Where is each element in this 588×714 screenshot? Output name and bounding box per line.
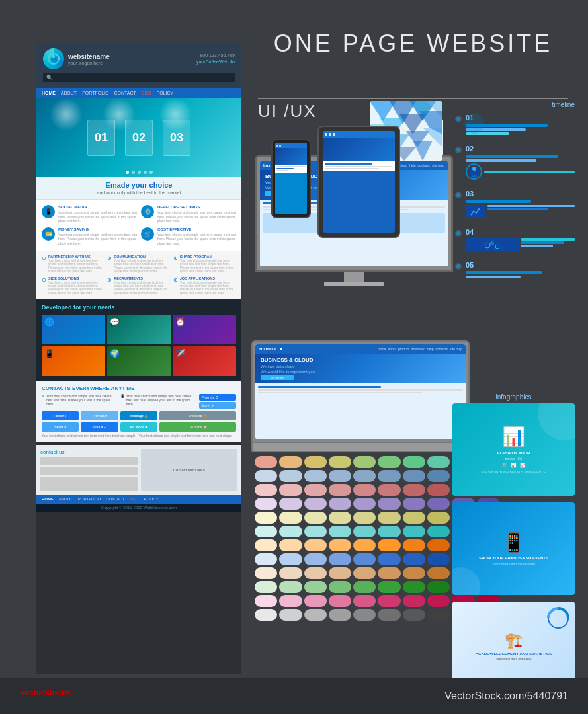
like-btn[interactable]: Like it + (81, 422, 118, 432)
footer-seo[interactable]: SEO (130, 497, 139, 501)
site-copyright: Copyright © 2011-2022 WebSitename.com (36, 504, 241, 512)
site-logo: websitename your slogan here (43, 48, 110, 69)
portfolio-grid: 🌐 💬 ⏰ 📱 🌍 ✈️ (42, 315, 236, 376)
site-logo-name: websitename (68, 52, 110, 61)
feature-main-text: Emade your choice (43, 181, 235, 189)
form-message-input[interactable] (40, 477, 138, 491)
contact-form: contact us Contact form area (36, 445, 241, 495)
follow-btn[interactable]: Follow + (42, 411, 79, 420)
feature-social-desc: Your best choice and simple text here cr… (58, 210, 137, 223)
form-name-input[interactable] (40, 457, 138, 465)
air-btn[interactable]: Air Mode ✈ (120, 422, 157, 432)
feature-develope: ⚙️ DEVELOPE SETTINGS Your best choice an… (141, 205, 236, 223)
timeline-label: timeline (452, 101, 575, 108)
site-logo-slogan: your slogan here (68, 61, 110, 65)
social-buttons-grid: Follow + Friends 0 Message 🔒 unlocked 🔓 … (42, 411, 236, 432)
service-jobs: ⊕ JOB APPLICATIONS Your best choice and … (173, 276, 236, 296)
unlocked-btn[interactable]: unlocked 🔓 (159, 411, 236, 420)
timeline-item-3: 03 (466, 190, 575, 218)
watermark-left: VectorStock® (20, 688, 71, 705)
portfolio-item-5: 🌍 (107, 346, 171, 376)
friends-btn[interactable]: Friends 0 (81, 411, 118, 420)
go-home-btn[interactable]: Go home 🏠 (159, 422, 236, 432)
svg-point-15 (490, 241, 494, 245)
share-btn[interactable]: Share 0 (42, 422, 79, 432)
hero-slide-1: 01 (87, 120, 115, 156)
site-header: websitename your slogan here 800 123.456… (36, 43, 241, 88)
feature-text-area: Emade your choice and work only with the… (36, 177, 241, 200)
info-box-1: 📊 FLASH ON YOUR tumble file ⚙️📊📈 FLASH O… (452, 403, 575, 496)
feature-social-media: 📱 SOCIAL MEDIA Your best choice and simp… (42, 205, 137, 223)
top-decorative-line (40, 19, 548, 19)
feature-money-desc: Your best choice and simple text here cr… (58, 233, 137, 246)
phone-device (271, 139, 311, 218)
footer-home[interactable]: HOME (42, 497, 54, 501)
timeline-item-1: 01 (466, 114, 575, 135)
site-phone-email: 800 123.456.789 yourCoffeeWeb.do (196, 52, 235, 65)
service-recruitments: ⊕ RECRUITMENTS Your best choice and simp… (107, 276, 170, 296)
footer-portfolio[interactable]: PORTFOLIO (78, 497, 101, 501)
portfolio-item-1: 🌐 (42, 315, 105, 344)
portfolio-item-3: ⏰ (173, 315, 236, 344)
services-section: ⊕ PARTNERSHIP WITH US Your best choice a… (36, 251, 241, 299)
develope-icon: ⚙️ (141, 205, 154, 218)
tablet-device (317, 126, 400, 238)
site-navigation: HOME ABOUT PORTFOLIO CONTACT SEO POLICY (36, 88, 241, 98)
hero-slide-2: 02 (125, 120, 153, 156)
watermark-right: VectorStock.com/5440791 (444, 690, 568, 702)
feature-cost-desc: Your best choice and simple text here cr… (157, 233, 236, 246)
nav-seo[interactable]: SEO (142, 91, 151, 95)
service-partnership: ⊕ PARTNERSHIP WITH US Your best choice a… (42, 255, 105, 274)
portfolio-item-6: ✈️ (173, 346, 236, 376)
tablet-screen (323, 131, 395, 233)
nav-policy[interactable]: POLICY (157, 91, 174, 95)
timeline-container: 01 02 03 (452, 114, 575, 278)
feature-cost: 🛒 COST EFFECTIVE Your best choice and si… (141, 227, 236, 246)
phone-screen (275, 143, 307, 214)
timeline-item-5: 05 (466, 261, 575, 278)
site-footer-nav: HOME ABOUT PORTFOLIO CONTACT SEO POLICY (36, 495, 241, 504)
big-laptop-container: business home about product download hel… (251, 340, 470, 452)
site-hero-section: 01 02 03 (36, 98, 241, 177)
portfolio-item-4: 📱 (42, 346, 105, 376)
logo-icon (43, 48, 64, 69)
footer-policy[interactable]: POLICY (144, 497, 158, 501)
social-media-icon: 📱 (42, 205, 55, 218)
nav-home[interactable]: HOME (42, 91, 56, 95)
contact-form-title: contact us (40, 449, 138, 455)
money-icon: 💳 (42, 227, 55, 241)
feature-money: 💳 MONEY SAVING Your best choice and simp… (42, 227, 137, 246)
contact-title: CONTACTS EVERYWHERE ANYTIME (42, 385, 236, 391)
portfolio-title: Developed for your needs (42, 304, 236, 311)
timeline-section: timeline 01 02 (452, 101, 575, 278)
svg-point-11 (472, 167, 476, 171)
form-email-input[interactable] (40, 467, 138, 475)
nav-contact[interactable]: CONTACT (114, 91, 136, 95)
site-search-bar[interactable] (43, 73, 235, 82)
left-panel-website-mockup: websitename your slogan here 800 123.456… (36, 43, 241, 674)
big-laptop-screen-area: business home about product download hel… (251, 340, 470, 443)
right-panel: UI /UX (258, 43, 575, 674)
portfolio-section: Developed for your needs 🌐 💬 ⏰ 📱 🌍 ✈️ (36, 299, 241, 381)
nav-portfolio[interactable]: PORTFOLIO (82, 91, 108, 95)
features-grid: 📱 SOCIAL MEDIA Your best choice and simp… (36, 200, 241, 251)
feature-cost-title: COST EFFECTIVE (157, 227, 236, 231)
hero-pagination (126, 171, 153, 174)
feature-social-title: SOCIAL MEDIA (58, 205, 137, 209)
feature-develope-title: DEVELOPE SETTINGS (157, 205, 236, 209)
feature-main-content: made your choice (110, 181, 173, 189)
footer-contact[interactable]: CONTACT (106, 497, 125, 501)
service-share: ⊕ SHARE PROGRAM Your best choice and sim… (173, 255, 236, 274)
service-side: ⊕ SIDE SOLUTIONS Your best choice and si… (42, 276, 105, 296)
infographics-label: infographics (452, 393, 575, 401)
feature-sub-text: and work only with the best in the marke… (43, 190, 235, 195)
info-box-2: 📱 SHOW YOUR BRANDS AND EVENTS Your brand… (452, 502, 575, 595)
service-communication: ⊕ COMMUNICATION Your best choice and sim… (107, 255, 170, 274)
watermark-bar: VectorStock® VectorStock.com/5440791 (0, 678, 588, 714)
message-btn[interactable]: Message 🔒 (120, 411, 157, 420)
hero-slide-3: 03 (163, 120, 190, 156)
cost-icon: 🛒 (141, 227, 154, 241)
nav-about[interactable]: ABOUT (61, 91, 77, 95)
footer-about[interactable]: ABOUT (59, 497, 73, 501)
feature-develope-desc: Your best choice and simple text here cr… (157, 210, 236, 223)
